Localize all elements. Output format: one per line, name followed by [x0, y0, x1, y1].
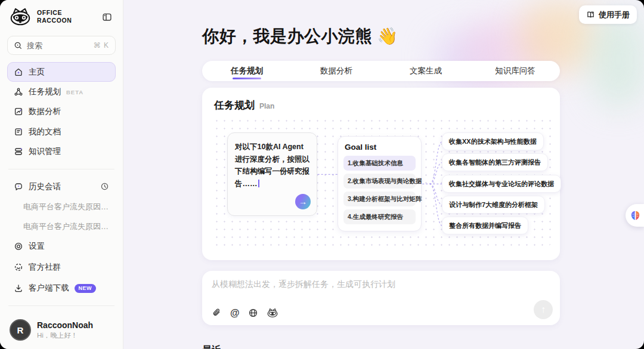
- task-pill: 收集XX的技术架构与性能数据: [442, 132, 544, 150]
- brain-icon: [630, 210, 641, 221]
- prompt-card[interactable]: 对以下10款AI Agent进行深度分析，按照以下结构编写一份研究报告…… →: [227, 132, 317, 216]
- tab-knowledge-qa[interactable]: 知识库问答: [470, 61, 560, 81]
- avatar: R: [10, 319, 31, 341]
- task-pill: 设计与制作7大维度的分析框架: [442, 196, 545, 214]
- assistant-brain-tab[interactable]: [626, 204, 644, 227]
- main-content: 你好，我是办公小浣熊 👋 任务规划 数据分析 文案生成 知识库问答 任务规划 P…: [202, 25, 560, 349]
- tab-data-analysis[interactable]: 数据分析: [292, 61, 381, 81]
- mention-icon[interactable]: @: [230, 308, 240, 318]
- chart-arrow-icon: [14, 107, 23, 116]
- user-profile[interactable]: R RaccoonNoah Hi，晚上好！: [7, 313, 116, 349]
- goal-list-title: Goal list: [345, 143, 416, 152]
- app-window: OFFICERACCOON ⌘ K: [0, 0, 644, 349]
- composer-toolbar: @: [212, 308, 278, 318]
- document-icon: [14, 127, 23, 137]
- book-icon: [586, 10, 595, 19]
- sidebar-item-label: 任务规划: [29, 87, 61, 97]
- recent-section-heading: 最近: [202, 344, 560, 349]
- bg-blob: [589, 12, 644, 107]
- sidebar-item-label: 知识管理: [29, 146, 61, 157]
- sidebar-item-community[interactable]: 官方社群: [7, 257, 116, 277]
- goal-item: 3.构建分析框架与比对矩阵: [343, 192, 416, 206]
- nodes-icon: [14, 87, 23, 97]
- history-conversation-item[interactable]: 电商平台客户流失原因…: [7, 197, 116, 217]
- tab-copywriting[interactable]: 文案生成: [381, 61, 470, 81]
- raccoon-mode-icon[interactable]: [267, 308, 278, 318]
- divider: [8, 305, 114, 306]
- search-box[interactable]: ⌘ K: [7, 36, 116, 55]
- download-icon: [14, 283, 23, 293]
- community-icon: [14, 262, 23, 272]
- settings-icon: [14, 242, 23, 251]
- sidebar-item-home[interactable]: 主页: [7, 62, 116, 81]
- sidebar-item-download[interactable]: 客户端下载 NEW: [7, 278, 116, 298]
- prompt-text: 对以下10款AI Agent进行深度分析，按照以下结构编写一份研究报告……: [235, 143, 309, 188]
- send-arrow-icon: ↑: [541, 305, 546, 314]
- goal-item: 4.生成最终研究报告: [343, 209, 416, 224]
- chat-bubble-icon: [14, 182, 23, 192]
- text-caret: [258, 180, 259, 187]
- sidebar-item-label: 官方社群: [29, 262, 61, 273]
- sidebar-bottom-group: 设置 官方社群 客户端下载 NEW: [7, 236, 116, 349]
- main-area: 使用手册 你好，我是办公小浣熊 👋 任务规划: [123, 0, 644, 349]
- sidebar-item-label: 我的文档: [29, 126, 61, 137]
- task-pill: 整合所有数据并编写报告: [442, 217, 528, 234]
- database-icon: [14, 147, 23, 156]
- goal-item: 2.收集市场表现与舆论数据: [343, 174, 416, 189]
- tab-task-planning[interactable]: 任务规划: [202, 61, 292, 81]
- task-planning-panel: 任务规划 Plan: [202, 88, 560, 260]
- composer-input[interactable]: [212, 279, 550, 299]
- sidebar-item-task-planning[interactable]: 任务规划 BETA: [7, 82, 116, 101]
- web-search-icon[interactable]: [248, 308, 258, 318]
- panel-subtitle: Plan: [259, 102, 274, 110]
- sidebar: OFFICERACCOON ⌘ K: [0, 0, 123, 349]
- logo-row: OFFICERACCOON: [7, 0, 116, 32]
- profile-name: RaccoonNoah: [37, 320, 93, 330]
- beta-badge: BETA: [66, 89, 83, 95]
- sidebar-item-label: 主页: [29, 67, 45, 78]
- prompt-send-button[interactable]: →: [295, 194, 311, 209]
- composer[interactable]: @: [202, 271, 560, 325]
- plan-diagram: 对以下10款AI Agent进行深度分析，按照以下结构编写一份研究报告…… → …: [213, 117, 552, 247]
- sidebar-item-label: 历史会话: [29, 181, 61, 192]
- sidebar-item-label: 客户端下载: [29, 283, 69, 294]
- sidebar-collapse-icon[interactable]: [99, 9, 114, 24]
- history-conversation-item[interactable]: 电商平台客户流失原因…: [7, 217, 116, 236]
- task-pill: 收集社交媒体与专业论坛的评论数据: [442, 175, 561, 193]
- home-icon: [14, 67, 23, 77]
- new-badge: NEW: [75, 284, 97, 293]
- panel-header: 任务规划 Plan: [213, 96, 552, 117]
- attachment-icon[interactable]: [212, 308, 222, 318]
- user-manual-button[interactable]: 使用手册: [579, 5, 637, 24]
- logo-wordmark: OFFICERACCOON: [37, 9, 72, 24]
- user-manual-label: 使用手册: [599, 10, 630, 20]
- feature-tabbar: 任务规划 数据分析 文案生成 知识库问答: [202, 61, 560, 81]
- task-pill: 收集各智能体的第三方评测报告: [442, 153, 548, 171]
- sidebar-item-label: 设置: [29, 241, 45, 252]
- sidebar-item-label: 数据分析: [29, 106, 61, 117]
- clock-icon[interactable]: [100, 182, 109, 191]
- search-input[interactable]: [27, 41, 86, 50]
- divider: [8, 169, 114, 169]
- sidebar-item-data-analysis[interactable]: 数据分析: [7, 102, 116, 121]
- greeting-heading: 你好，我是办公小浣熊 👋: [202, 25, 560, 48]
- sidebar-item-knowledge[interactable]: 知识管理: [7, 142, 116, 161]
- profile-greeting: Hi，晚上好！: [37, 331, 93, 340]
- raccoon-logo-icon: [8, 7, 32, 26]
- send-button[interactable]: ↑: [534, 300, 553, 319]
- panel-title: 任务规划: [214, 98, 255, 112]
- search-icon: [14, 41, 23, 50]
- sidebar-item-my-documents[interactable]: 我的文档: [7, 122, 116, 141]
- goal-list-card: Goal list 1.收集基础技术信息 2.收集市场表现与舆论数据 3.构建分…: [338, 136, 422, 231]
- goal-item: 1.收集基础技术信息: [343, 156, 416, 171]
- sidebar-item-history[interactable]: 历史会话: [7, 177, 116, 196]
- sidebar-item-settings[interactable]: 设置: [7, 236, 116, 257]
- search-shortcut: ⌘ K: [94, 41, 109, 50]
